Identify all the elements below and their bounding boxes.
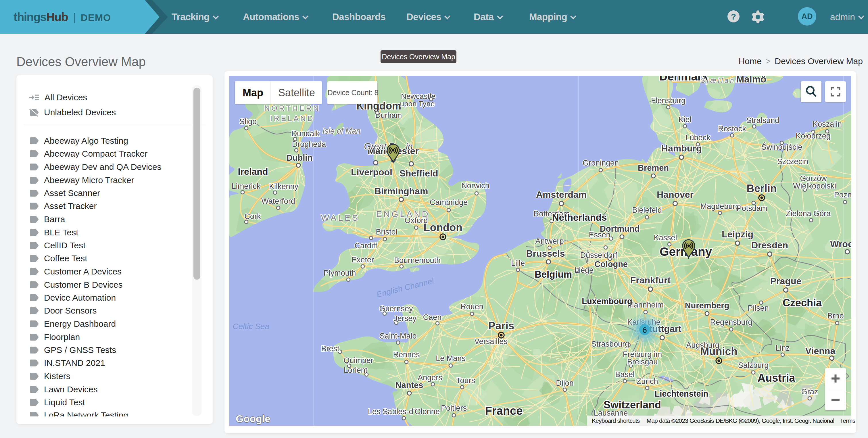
svg-text:Isle of Man: Isle of Man [322, 127, 361, 135]
svg-text:Drogheda: Drogheda [292, 140, 327, 149]
svg-text:Hanover: Hanover [657, 189, 693, 200]
svg-text:Sheffield: Sheffield [399, 168, 438, 179]
svg-text:IRELAND: IRELAND [270, 114, 315, 123]
svg-text:Kassel: Kassel [654, 233, 677, 242]
svg-text:Munich: Munich [700, 345, 737, 357]
svg-text:Flensburg: Flensburg [651, 96, 685, 105]
svg-text:Salzburg: Salzburg [738, 361, 769, 370]
svg-text:Pilsen: Pilsen [748, 304, 769, 312]
svg-text:Saint-Malo: Saint-Malo [379, 332, 416, 340]
svg-text:Nantes: Nantes [396, 380, 423, 390]
svg-text:Lübeck: Lübeck [685, 133, 711, 142]
svg-text:Hamburg: Hamburg [661, 143, 702, 154]
svg-text:Austria: Austria [757, 372, 796, 384]
svg-text:Exeter: Exeter [351, 255, 374, 264]
svg-text:Versailles: Versailles [474, 337, 507, 346]
svg-text:Wroc: Wroc [830, 239, 851, 249]
svg-text:Cologne: Cologne [594, 259, 628, 269]
svg-text:Düsseldorf: Düsseldorf [580, 251, 617, 259]
svg-text:Guernsey: Guernsey [379, 304, 413, 313]
svg-text:Tours: Tours [456, 376, 475, 385]
svg-text:Switzerland: Switzerland [603, 399, 661, 411]
svg-text:Magdeburg: Magdeburg [701, 202, 740, 211]
svg-text:upon Tyne: upon Tyne [400, 99, 435, 108]
svg-text:Liège: Liège [575, 266, 593, 275]
svg-text:Waterford: Waterford [261, 197, 295, 206]
svg-text:Caen: Caen [423, 313, 442, 322]
svg-text:France: France [485, 404, 523, 417]
svg-text:Nuremberg: Nuremberg [685, 301, 730, 310]
svg-text:Basel: Basel [615, 370, 634, 379]
svg-text:Dijon: Dijon [556, 379, 574, 387]
svg-text:Bielefeld: Bielefeld [632, 206, 662, 214]
svg-text:Plymouth: Plymouth [323, 269, 356, 277]
svg-text:Essen: Essen [589, 230, 610, 239]
svg-text:Czechia: Czechia [783, 297, 822, 309]
svg-text:Kiel: Kiel [678, 115, 691, 124]
svg-text:Leipzig: Leipzig [722, 229, 753, 240]
svg-text:Vienna: Vienna [805, 346, 836, 356]
svg-text:Groningen: Groningen [583, 159, 619, 167]
svg-text:Breisgau: Breisgau [627, 357, 658, 366]
svg-text:Dresden: Dresden [751, 240, 788, 250]
svg-text:Poitiers: Poitiers [441, 404, 467, 412]
svg-text:Kołobrzeg: Kołobrzeg [796, 132, 831, 140]
svg-text:Lille: Lille [511, 259, 525, 268]
svg-text:Brno: Brno [827, 312, 843, 320]
svg-text:Mannheim: Mannheim [627, 301, 664, 309]
svg-text:in: in [406, 142, 413, 152]
svg-text:Paris: Paris [488, 320, 515, 332]
svg-text:Sjælland: Sjælland [701, 76, 741, 84]
svg-text:Brest: Brest [321, 344, 339, 353]
svg-text:Rennes: Rennes [393, 350, 420, 359]
svg-text:Cork: Cork [244, 212, 261, 221]
svg-text:Berlin: Berlin [747, 183, 777, 194]
svg-text:Belgium: Belgium [535, 269, 572, 280]
svg-text:Liverpool: Liverpool [351, 167, 392, 177]
svg-text:Les Sables-d'Olonne: Les Sables-d'Olonne [368, 407, 440, 416]
svg-text:Sligo: Sligo [240, 117, 257, 126]
svg-text:Bournemouth: Bournemouth [394, 256, 441, 265]
svg-text:Strasbourg: Strasbourg [591, 340, 629, 348]
svg-text:Szczecin: Szczecin [777, 157, 808, 166]
svg-text:Świnoujście: Świnoujście [762, 142, 803, 152]
svg-text:Stralsund: Stralsund [746, 116, 779, 125]
svg-text:Kilkenny: Kilkenny [269, 182, 299, 191]
svg-text:Amsterdam: Amsterdam [536, 189, 587, 200]
svg-text:Dublin: Dublin [286, 153, 312, 162]
svg-text:Le Mans: Le Mans [436, 354, 466, 363]
svg-text:Brussels: Brussels [526, 248, 565, 259]
svg-text:Celtic Sea: Celtic Sea [232, 322, 269, 331]
svg-text:Rouen: Rouen [460, 302, 484, 311]
svg-text:Bremen: Bremen [638, 163, 669, 173]
svg-text:Norwich: Norwich [461, 181, 490, 190]
svg-text:Cardiff: Cardiff [354, 242, 377, 250]
svg-text:Lorient: Lorient [344, 366, 368, 374]
svg-text:Dundalk: Dundalk [291, 129, 320, 138]
svg-text:Liechtenstein: Liechtenstein [655, 389, 709, 398]
svg-text:Pozna: Pozna [834, 191, 851, 199]
svg-text:Rostock: Rostock [718, 124, 746, 133]
svg-text:ENGLAND: ENGLAND [376, 209, 430, 219]
svg-text:Potsdam: Potsdam [737, 204, 767, 213]
svg-text:Koszalin: Koszalin [812, 120, 842, 128]
svg-text:6: 6 [642, 325, 647, 335]
svg-text:Antwerp: Antwerp [535, 237, 564, 245]
svg-text:Limerick: Limerick [232, 182, 261, 191]
svg-text:Ireland: Ireland [238, 166, 268, 177]
svg-text:Wielkopolski: Wielkopolski [793, 182, 836, 190]
svg-text:Jersey: Jersey [394, 314, 416, 323]
svg-text:Cambridge: Cambridge [430, 198, 468, 207]
svg-text:Zürich: Zürich [636, 377, 658, 386]
svg-text:Birmingham: Birmingham [374, 186, 428, 196]
svg-text:London: London [423, 222, 462, 233]
svg-text:Zielona Góra: Zielona Góra [786, 209, 831, 218]
svg-text:Regensburg: Regensburg [710, 318, 752, 326]
svg-text:Frankfurt: Frankfurt [630, 275, 671, 285]
svg-text:Prague: Prague [770, 276, 801, 286]
svg-text:NORTHERN: NORTHERN [265, 104, 320, 113]
svg-text:Bristol: Bristol [376, 228, 397, 236]
svg-text:Linz: Linz [775, 344, 790, 352]
svg-text:WALES: WALES [321, 213, 360, 222]
svg-text:Quimper: Quimper [343, 356, 373, 365]
